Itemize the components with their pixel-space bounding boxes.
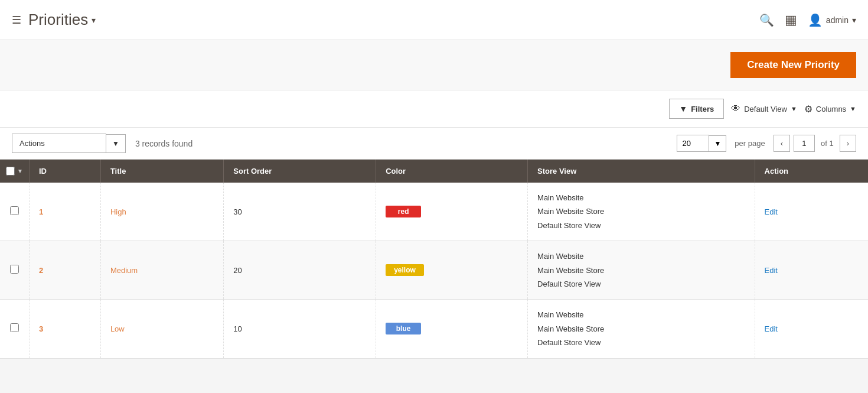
table-controls: Actions ▼ 3 records found 20 30 50 ▼ per… [0, 128, 868, 160]
color-badge: blue [386, 323, 421, 334]
columns-dropdown-icon: ▼ [850, 105, 856, 112]
edit-link[interactable]: Edit [765, 324, 778, 333]
row-checkbox[interactable] [10, 265, 19, 274]
table-row: 3Low10blueMain WebsiteMain Website Store… [0, 300, 868, 358]
row-id: 3 [29, 300, 100, 358]
header: ☰ Priorities ▾ 🔍 ▦ 👤 admin ▾ [0, 0, 868, 40]
user-label: admin [826, 15, 849, 25]
actions-select-wrap: Actions ▼ [12, 134, 126, 153]
per-page-wrap: 20 30 50 ▼ [677, 135, 726, 152]
previous-page-button[interactable]: ‹ [774, 135, 790, 152]
table-row: 2Medium20yellowMain WebsiteMain Website … [0, 241, 868, 300]
default-view-button[interactable]: 👁 Default View ▼ [731, 103, 797, 114]
row-store-view: Main WebsiteMain Website StoreDefault St… [528, 241, 755, 300]
current-page-number: 1 [794, 135, 815, 152]
pagination: 20 30 50 ▼ per page ‹ 1 of 1 › [677, 135, 856, 152]
search-icon[interactable]: 🔍 [759, 13, 774, 27]
action-bar: Create New Priority [0, 40, 868, 90]
edit-link[interactable]: Edit [765, 266, 778, 275]
row-store-view: Main WebsiteMain Website StoreDefault St… [528, 300, 755, 358]
eye-icon: 👁 [731, 103, 740, 114]
row-store-view: Main WebsiteMain Website StoreDefault St… [528, 183, 755, 241]
view-label: Default View [744, 105, 787, 113]
user-dropdown-arrow: ▾ [852, 15, 856, 25]
color-badge: red [386, 206, 421, 217]
row-action: Edit [755, 241, 868, 300]
table-row: 1High30redMain WebsiteMain Website Store… [0, 183, 868, 241]
filters-button[interactable]: ▼ Filters [669, 99, 724, 119]
page-of-label: of 1 [821, 139, 834, 148]
page-title: Priorities ▾ [28, 11, 96, 29]
per-page-dropdown-button[interactable]: ▼ [709, 135, 726, 152]
row-checkbox-cell [0, 183, 29, 241]
toolbar: ▼ Filters 👁 Default View ▼ ⚙ Columns ▼ [0, 90, 868, 128]
th-checkbox-dropdown[interactable]: ▼ [17, 168, 23, 174]
edit-link[interactable]: Edit [765, 207, 778, 216]
th-sort-order: Sort Order [224, 160, 376, 183]
th-color: Color [376, 160, 528, 183]
page-title-text: Priorities [28, 11, 88, 29]
grid-view-icon[interactable]: ▦ [785, 12, 797, 28]
title-dropdown-arrow[interactable]: ▾ [92, 15, 96, 25]
row-checkbox[interactable] [10, 323, 19, 332]
next-page-button[interactable]: › [840, 135, 856, 152]
header-right: 🔍 ▦ 👤 admin ▾ [759, 12, 856, 28]
select-all-checkbox[interactable] [6, 167, 15, 176]
table-wrapper: ▼ ID Title Sort Order Color Store View A… [0, 160, 868, 359]
color-badge: yellow [386, 264, 424, 276]
gear-icon: ⚙ [804, 103, 812, 115]
hamburger-icon[interactable]: ☰ [12, 14, 21, 27]
row-sort-order: 30 [224, 183, 376, 241]
row-id: 2 [29, 241, 100, 300]
row-checkbox-cell [0, 241, 29, 300]
actions-dropdown-button[interactable]: ▼ [106, 134, 126, 153]
row-color: yellow [376, 241, 528, 300]
row-sort-order: 10 [224, 300, 376, 358]
th-title: Title [100, 160, 223, 183]
per-page-label: per page [735, 139, 765, 148]
filter-icon: ▼ [679, 104, 687, 113]
th-action: Action [755, 160, 868, 183]
row-checkbox-cell [0, 300, 29, 358]
columns-label: Columns [816, 105, 846, 113]
row-color: red [376, 183, 528, 241]
th-id: ID [29, 160, 100, 183]
columns-button[interactable]: ⚙ Columns ▼ [804, 103, 856, 115]
create-new-priority-button[interactable]: Create New Priority [730, 52, 856, 78]
view-dropdown-icon: ▼ [791, 105, 797, 112]
row-id: 1 [29, 183, 100, 241]
header-left: ☰ Priorities ▾ [12, 11, 96, 29]
table-header-row: ▼ ID Title Sort Order Color Store View A… [0, 160, 868, 183]
th-checkbox: ▼ [0, 160, 29, 183]
per-page-select[interactable]: 20 30 50 [677, 135, 709, 152]
priorities-table: ▼ ID Title Sort Order Color Store View A… [0, 160, 868, 359]
row-color: blue [376, 300, 528, 358]
row-sort-order: 20 [224, 241, 376, 300]
row-action: Edit [755, 300, 868, 358]
user-menu[interactable]: 👤 admin ▾ [808, 13, 856, 27]
row-title: Low [100, 300, 223, 358]
records-count: 3 records found [135, 139, 192, 148]
row-title: Medium [100, 241, 223, 300]
row-checkbox[interactable] [10, 206, 19, 215]
filters-label: Filters [691, 105, 714, 113]
row-title: High [100, 183, 223, 241]
actions-select[interactable]: Actions [12, 134, 106, 153]
row-action: Edit [755, 183, 868, 241]
th-store-view: Store View [528, 160, 755, 183]
user-avatar-icon: 👤 [808, 13, 823, 27]
